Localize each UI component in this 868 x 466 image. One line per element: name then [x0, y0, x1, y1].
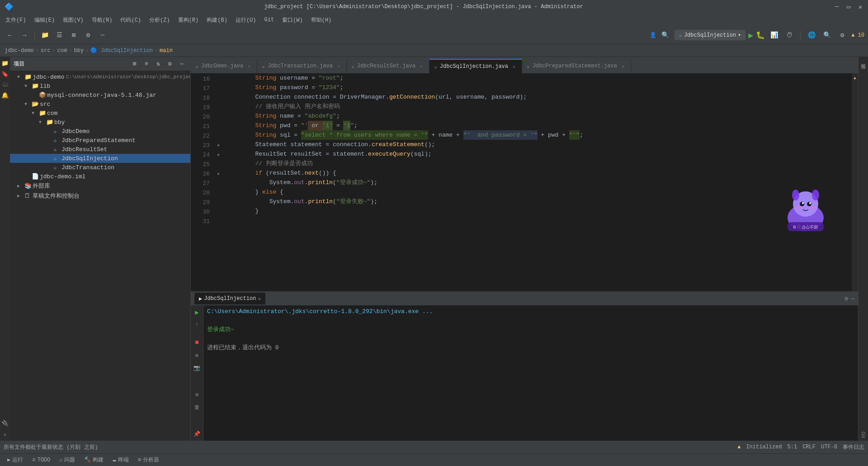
- sidebar-sort-btn[interactable]: ⇅: [153, 59, 163, 69]
- sidebar-settings-btn[interactable]: ⚙: [165, 59, 175, 69]
- bookmark-icon[interactable]: 🔖: [1, 71, 9, 78]
- tree-item-mysql-jar[interactable]: ▶ 📦 mysql-connector-java-5.1.48.jar: [10, 90, 190, 100]
- project-panel-icon[interactable]: 📁: [1, 60, 9, 67]
- profiler-button[interactable]: ⏱: [783, 29, 796, 42]
- menu-analyze[interactable]: 分析(Z): [146, 14, 174, 26]
- breadcrumb-class[interactable]: 🔵 JdbcSqlInjection: [90, 47, 152, 54]
- code-editor[interactable]: 16 17 18 19 20 21 22 23 24 25 26 27 28 2…: [191, 73, 858, 291]
- breadcrumb-method[interactable]: main: [160, 48, 173, 54]
- coverage-button[interactable]: 📊: [768, 29, 780, 42]
- tab-close-jdbcdemo[interactable]: ✕: [246, 63, 252, 69]
- breadcrumb-bby[interactable]: bby: [74, 48, 84, 54]
- terminal-footer-tab[interactable]: ▬ 终端: [109, 454, 132, 466]
- toolbar-btn-3[interactable]: ⊞: [67, 29, 80, 42]
- tree-item-bby[interactable]: ▼ 📁 bby: [10, 118, 190, 127]
- code-content[interactable]: String username = "root"; String passwor…: [223, 73, 852, 291]
- tree-item-jdbcdemo[interactable]: ▶ ☕ JdbcDemo: [10, 127, 190, 136]
- menu-refactor[interactable]: 重构(R): [175, 14, 203, 26]
- tree-item-extlib[interactable]: ▶ 📚 外部库: [10, 181, 190, 191]
- settings-button[interactable]: ⚙: [82, 29, 94, 42]
- star-icon[interactable]: ★: [3, 431, 7, 438]
- account-icon[interactable]: 👤: [650, 32, 656, 38]
- breadcrumb-src[interactable]: src: [41, 48, 51, 54]
- close-button[interactable]: ✕: [857, 4, 863, 10]
- menu-file[interactable]: 文件(F): [2, 14, 30, 26]
- build-footer-tab[interactable]: 🔨 构建: [80, 454, 107, 466]
- settings-console-btn[interactable]: ⚙: [192, 390, 202, 399]
- menu-code[interactable]: 代码(C): [117, 14, 145, 26]
- problems-footer-tab[interactable]: ⚠ 问题: [56, 454, 79, 466]
- structure-icon[interactable]: 🗂: [2, 81, 8, 88]
- maximize-button[interactable]: ▭: [845, 4, 852, 10]
- menu-view[interactable]: 视图(V): [59, 14, 87, 26]
- warnings-indicator[interactable]: ▲ 10: [851, 32, 864, 38]
- tab-jdbcresult[interactable]: ☕ JdbcResultSet.java ✕: [347, 59, 429, 73]
- menu-help[interactable]: 帮助(H): [307, 14, 335, 26]
- rerun-button[interactable]: ▶: [192, 307, 202, 317]
- tab-close-jdbcresult[interactable]: ✕: [418, 63, 425, 69]
- run-button[interactable]: ▶: [748, 30, 753, 40]
- toolbar-search-btn2[interactable]: 🔍: [821, 29, 833, 42]
- tree-item-jdbcresult[interactable]: ▶ ☕ JdbcResultSet: [10, 145, 190, 154]
- stop-button[interactable]: ■: [192, 338, 202, 347]
- tree-item-jdbcprepared[interactable]: ▶ ☕ JdbcPreparedStatement: [10, 136, 190, 145]
- toolbar-btn-2[interactable]: ☰: [53, 29, 66, 42]
- tree-item-scratch[interactable]: ▶ 🗒 草稿文件和控制台: [10, 191, 190, 201]
- menu-edit[interactable]: 编辑(E): [31, 14, 59, 26]
- menu-git[interactable]: Git: [260, 15, 278, 25]
- run-footer-tab[interactable]: ▶ 运行: [4, 454, 27, 466]
- run-config-selector[interactable]: ☕ JdbcSqlInjection ▾: [675, 30, 746, 40]
- todo-footer-tab[interactable]: ≡ TODO: [28, 455, 54, 465]
- sidebar-collapse-btn[interactable]: ≡: [142, 59, 151, 69]
- minimize-button[interactable]: ─: [834, 4, 840, 10]
- tab-jdbcprepared[interactable]: ☕ JdbcPreparedStatement.java ✕: [522, 59, 631, 73]
- console-minimize-btn[interactable]: ─: [851, 295, 854, 302]
- project-view-button[interactable]: 📁: [38, 29, 51, 42]
- sidebar-minimize-btn[interactable]: ─: [177, 59, 187, 69]
- scroll-console-btn[interactable]: ⊞: [192, 350, 202, 360]
- tab-close-jdbcprepared[interactable]: ✕: [620, 63, 626, 69]
- editor-scrollbar[interactable]: ▲: [852, 73, 858, 291]
- sidebar-expand-btn[interactable]: ⊞: [130, 59, 140, 69]
- menu-nav[interactable]: 导航(N): [88, 14, 116, 26]
- tree-item-iml[interactable]: ▶ 📄 jdbc-demo.iml: [10, 172, 190, 181]
- menu-run[interactable]: 运行(U): [232, 14, 260, 26]
- plugins-icon[interactable]: 🔌: [1, 420, 9, 427]
- analyzer-footer-tab[interactable]: ≋ 分析器: [134, 454, 163, 466]
- tab-jdbcsql[interactable]: ☕ JdbcSqlInjection.java ✕: [429, 59, 522, 73]
- status-line-col[interactable]: 5:1: [788, 444, 797, 450]
- console-settings-btn[interactable]: ⚙: [844, 295, 848, 302]
- pin-btn[interactable]: 📌: [192, 429, 202, 439]
- status-line-sep[interactable]: CRLF: [802, 444, 816, 450]
- tab-jdbctrans[interactable]: ☕ JdbcTransaction.java ✕: [257, 59, 347, 73]
- forward-button[interactable]: →: [18, 29, 31, 42]
- breadcrumb-com[interactable]: com: [57, 48, 67, 54]
- tree-item-lib[interactable]: ▼ 📁 lib: [10, 81, 190, 90]
- status-encoding[interactable]: UTF-8: [821, 444, 837, 450]
- translate-button[interactable]: 🌐: [805, 29, 818, 42]
- trash-btn[interactable]: 🗑: [192, 402, 202, 412]
- status-events[interactable]: 事件日志: [843, 443, 864, 451]
- git-panel-icon[interactable]: Git: [861, 432, 866, 438]
- tree-item-com[interactable]: ▼ 📁 com: [10, 109, 190, 118]
- back-button[interactable]: ←: [4, 29, 16, 42]
- tab-close-jdbcsql[interactable]: ✕: [511, 63, 517, 70]
- menu-build[interactable]: 构建(B): [203, 14, 231, 26]
- toolbar-search-btn[interactable]: 🔍: [659, 29, 672, 42]
- run-tab[interactable]: ▶ JdbcSqlInjection ✕: [194, 293, 265, 304]
- run-tab-close[interactable]: ✕: [258, 296, 261, 302]
- breadcrumb-project[interactable]: jdbc-demo: [5, 48, 34, 54]
- tab-close-jdbctrans[interactable]: ✕: [335, 63, 342, 69]
- tree-item-root[interactable]: ▼ 📁 jdbc-demo C:\Users\Administrator\Des…: [10, 72, 190, 81]
- debug-button[interactable]: 🐛: [756, 31, 765, 40]
- screenshot-btn[interactable]: 📷: [192, 363, 202, 373]
- notifications-icon[interactable]: 🔔: [1, 92, 9, 99]
- tree-item-jdbctrans[interactable]: ▶ ☕ JdbcTransaction: [10, 163, 190, 172]
- tree-item-src[interactable]: ▼ 📂 src: [10, 100, 190, 109]
- tree-item-jdbcsql[interactable]: ▶ ☕ JdbcSqlInjection: [10, 154, 190, 163]
- toolbar-settings2[interactable]: ⚙: [836, 29, 849, 42]
- menu-window[interactable]: 窗口(W): [278, 14, 307, 26]
- toolbar-btn-minus[interactable]: ─: [96, 29, 109, 42]
- tab-jdbcdemo[interactable]: ☕ JdbcDemo.java ✕: [191, 59, 257, 73]
- scroll-up-btn[interactable]: ↑: [192, 320, 202, 330]
